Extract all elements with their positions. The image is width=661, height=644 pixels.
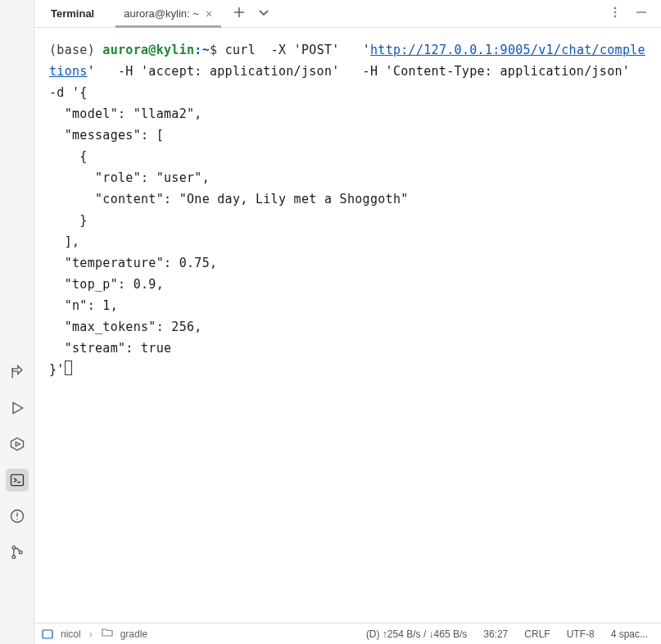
tab-dropdown-icon[interactable]	[257, 6, 270, 21]
status-indent[interactable]: 4 spac...	[606, 628, 653, 640]
cmd-line-3: "role": "user",	[49, 170, 210, 185]
cmd-line-11: "stream": true	[49, 341, 171, 356]
prompt-sigil: $	[210, 43, 225, 57]
hide-panel-icon[interactable]	[635, 6, 648, 21]
prompt-path: ~	[202, 43, 210, 57]
breadcrumb-separator-icon: ›	[88, 628, 94, 640]
cmd-line-2: {	[49, 149, 88, 164]
cmd-part1: curl -X 'POST' '	[225, 43, 370, 57]
tabbar-right	[609, 6, 654, 21]
prompt-env: (base)	[49, 43, 102, 57]
svg-point-4	[12, 546, 16, 549]
prompt-user: aurora@kylin	[102, 43, 194, 57]
status-caret[interactable]: 36:27	[478, 628, 513, 640]
panel-options-icon[interactable]	[609, 6, 622, 21]
vcs-tool-icon[interactable]	[6, 541, 29, 564]
terminal-tab-label: aurora@kylin: ~	[124, 7, 199, 20]
cmd-line-12: }'	[49, 362, 65, 377]
status-bar: nicol › gradle (D) ↑254 B/s / ↓465 B/s 3…	[34, 623, 661, 644]
cmd-line-10: "max_tokens": 256,	[49, 320, 202, 334]
cmd-line-8: "top_p": 0.9,	[49, 277, 164, 292]
folder-icon	[101, 626, 114, 642]
svg-point-8	[614, 11, 617, 14]
status-encoding[interactable]: UTF-8	[562, 628, 600, 640]
terminal-area: (base) aurora@kylin:~$ curl -X 'POST' 'h…	[34, 28, 661, 623]
cmd-line-4: "content": "One day, Lily met a Shoggoth…	[49, 192, 409, 206]
cmd-line-9: "n": 1,	[49, 298, 118, 313]
build-tool-icon[interactable]	[6, 361, 29, 383]
panel-title: Terminal	[41, 7, 102, 20]
problems-tool-icon[interactable]	[6, 505, 29, 528]
cmd-line-7: "temperature": 0.75,	[49, 256, 217, 270]
cmd-part2: ' -H 'accept: application/json' -H 'Cont…	[49, 64, 653, 100]
status-eol[interactable]: CRLF	[519, 628, 555, 640]
run-tool-icon[interactable]	[6, 397, 29, 420]
close-tab-icon[interactable]: ×	[206, 7, 213, 20]
tabbar-actions	[233, 6, 270, 21]
svg-point-3	[16, 519, 17, 519]
status-folder[interactable]: gradle	[120, 628, 147, 640]
terminal-output[interactable]: (base) aurora@kylin:~$ curl -X 'POST' 'h…	[34, 28, 661, 623]
terminal-cursor	[65, 361, 72, 375]
svg-marker-0	[11, 438, 23, 451]
svg-point-7	[614, 7, 617, 10]
svg-point-9	[614, 16, 617, 18]
terminal-tool-icon[interactable]	[6, 469, 29, 492]
new-tab-icon[interactable]	[233, 6, 246, 21]
svg-point-5	[12, 556, 16, 559]
services-tool-icon[interactable]	[6, 433, 29, 456]
status-network[interactable]: (D) ↑254 B/s / ↓465 B/s	[361, 628, 472, 640]
terminal-tab[interactable]: aurora@kylin: ~ ×	[115, 2, 220, 26]
cmd-line-5: }	[49, 213, 88, 228]
cmd-line-1: "messages": [	[49, 128, 164, 143]
main-column: Terminal aurora@kylin: ~ × (base) aurora…	[34, 0, 661, 644]
terminal-tabbar: Terminal aurora@kylin: ~ ×	[34, 0, 661, 28]
prompt-colon: :	[194, 43, 201, 57]
svg-rect-10	[43, 630, 52, 638]
cmd-line-0: "model": "llama2",	[49, 107, 202, 121]
cmd-line-6: ],	[49, 234, 79, 249]
tool-window-sidebar	[0, 0, 34, 644]
status-root[interactable]: nicol	[61, 628, 81, 640]
project-root-icon[interactable]	[41, 628, 54, 641]
